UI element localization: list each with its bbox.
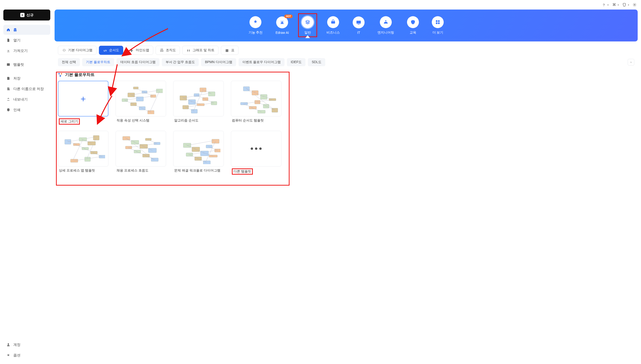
category-hero: 기능 추천Edraw AIHOT일반비즈니스IT엔지니어링교육더 보기 — [54, 10, 638, 42]
sidebar-item-print[interactable]: 인쇄 — [3, 105, 50, 115]
sidebar-item-save-as[interactable]: 다른 이름으로 저장 — [3, 84, 50, 94]
sidebar-item-label: 저장 — [13, 76, 20, 81]
chip-6[interactable]: IDEF도 — [287, 58, 306, 66]
topbar: ?▾ ⌘▾ ▾ — [0, 0, 641, 10]
svg-rect-11 — [438, 22, 440, 24]
chip-2[interactable]: 데이터 흐름 다이어그램 — [116, 58, 160, 66]
section-title: 기본 플로우차트 — [54, 70, 638, 81]
svg-point-0 — [634, 4, 635, 5]
svg-rect-14 — [60, 75, 61, 76]
tab-0[interactable]: ⚇기본 다이어그램 — [58, 46, 96, 55]
sidebar-item-templates[interactable]: 템플릿 — [3, 60, 50, 70]
chevron-down-icon: ▾ — [618, 4, 619, 6]
chip-0[interactable]: 전체 선택 — [58, 58, 80, 66]
svg-rect-36 — [263, 104, 269, 108]
hero-category-7[interactable]: 더 보기 — [432, 16, 444, 35]
svg-rect-32 — [180, 96, 186, 100]
plus-icon: + — [20, 13, 24, 17]
hero-category-1[interactable]: Edraw AIHOT — [276, 16, 289, 34]
annotation-label-highlight: 새로 그리기 — [59, 118, 80, 124]
sidebar-item-label: 다른 이름으로 저장 — [13, 87, 44, 91]
svg-rect-24 — [136, 97, 144, 101]
print-icon — [6, 108, 10, 112]
hero-icon — [327, 16, 339, 28]
hero-category-6[interactable]: 교육 — [407, 16, 419, 35]
chip-1[interactable]: 기본 플로우차트 — [82, 58, 114, 66]
chip-4[interactable]: BPMN 다이어그램 — [201, 58, 236, 66]
tab-5[interactable]: ▦표 — [221, 46, 238, 55]
apps-icon[interactable]: ⌘ — [612, 2, 616, 7]
svg-rect-23 — [128, 93, 135, 97]
svg-rect-74 — [209, 155, 217, 157]
template-grid-wrap: ＋새로 그리기적응 속성 선택 시스템알고리즘 순서도컴퓨터 순서도 템플릿상세… — [58, 81, 634, 174]
thumb-preview — [231, 81, 282, 116]
sidebar-item-home[interactable]: 홈 — [3, 25, 50, 35]
help-icon[interactable]: ? — [602, 2, 606, 7]
chip-7[interactable]: SDL도 — [308, 58, 325, 66]
tab-3[interactable]: 品조직도 — [156, 46, 180, 55]
sidebar-item-label: 내보내기 — [13, 97, 28, 102]
svg-point-2 — [8, 344, 9, 345]
hero-category-4[interactable]: IT — [353, 16, 364, 34]
tab-label: 조직도 — [166, 48, 176, 52]
sidebar: + 신규 홈 열기 가져오기 템플릿 저장 다른 이름으로 저장 — [0, 10, 54, 364]
hero-category-3[interactable]: 비즈니스 — [326, 16, 340, 35]
new-button[interactable]: + 신규 — [3, 10, 50, 20]
chip-5[interactable]: 이벤트 플로우 다이어그램 — [238, 58, 285, 66]
thumb-more — [231, 131, 282, 166]
tab-1[interactable]: ᔕ순서도 — [99, 46, 123, 55]
template-card-1[interactable]: 적응 속성 선택 시스템 — [116, 81, 166, 124]
tab-2[interactable]: ᚖ마인드맵 — [126, 46, 153, 55]
sidebar-item-open[interactable]: 열기 — [3, 35, 50, 45]
svg-rect-7 — [385, 20, 386, 21]
template-card-5[interactable]: 채용 프로세스 흐름도 — [116, 131, 166, 174]
diagram-type-tabs: ⚇기본 다이어그램ᔕ순서도ᚖ마인드맵品조직도⫾⫾그래프 및 차트▦표 — [54, 42, 638, 57]
tab-label: 기본 다이어그램 — [68, 48, 92, 52]
template-card-4[interactable]: 상세 프로세스 맵 템플릿 — [58, 131, 108, 174]
chevron-down-icon: ▾ — [628, 4, 629, 6]
svg-rect-30 — [200, 88, 206, 92]
sidebar-item-label: 홈 — [13, 28, 17, 32]
svg-rect-53 — [79, 138, 86, 141]
sidebar-item-account[interactable]: 계정 — [3, 340, 50, 350]
template-card-0[interactable]: ＋새로 그리기 — [58, 81, 108, 124]
template-card-6[interactable]: 문제 해결 워크플로 다이어그램 — [173, 131, 224, 174]
section-title-label: 기본 플로우차트 — [65, 72, 94, 78]
thumb-preview — [173, 81, 224, 116]
hero-category-0[interactable]: 기능 추천 — [248, 16, 263, 35]
sidebar-item-export[interactable]: 내보내기 — [3, 94, 50, 104]
chip-label: BPMN 다이어그램 — [205, 60, 232, 64]
tab-icon: ⫾⫾ — [186, 48, 191, 52]
theme-icon[interactable] — [622, 2, 626, 7]
sidebar-item-label: 인쇄 — [13, 108, 20, 112]
gear-icon[interactable] — [632, 2, 637, 7]
file-icon — [6, 38, 10, 42]
card-label: 알고리즘 순서도 — [173, 118, 224, 123]
hero-category-2[interactable]: 일반 — [302, 16, 314, 35]
chips-next-button[interactable]: › — [628, 59, 634, 66]
sidebar-item-save[interactable]: 저장 — [3, 73, 50, 84]
hero-icon — [407, 16, 419, 28]
hot-badge: HOT — [284, 14, 292, 18]
subtype-chips: 전체 선택기본 플로우차트데이터 흐름 다이어그램부서 간 업무 흐름도BPMN… — [54, 57, 638, 70]
templates-icon — [6, 62, 10, 67]
template-card-7[interactable]: 다른 템플릿 — [231, 131, 282, 174]
chip-label: SDL도 — [312, 60, 322, 64]
tab-4[interactable]: ⫾⫾그래프 및 차트 — [182, 46, 218, 55]
chip-label: 부서 간 업무 흐름도 — [166, 60, 195, 64]
sidebar-item-options[interactable]: 옵션 — [3, 350, 50, 360]
content-area: 기능 추천Edraw AIHOT일반비즈니스IT엔지니어링교육더 보기 ⚇기본 … — [54, 10, 641, 364]
svg-rect-31 — [208, 92, 215, 96]
tab-icon: ⚇ — [62, 48, 66, 52]
hero-label: 교육 — [410, 30, 416, 35]
template-card-3[interactable]: 컴퓨터 순서도 템플릿 — [231, 81, 282, 124]
user-icon — [6, 342, 10, 347]
sidebar-item-import[interactable]: 가져오기 — [3, 46, 50, 56]
gear-icon — [6, 353, 10, 357]
template-card-2[interactable]: 알고리즘 순서도 — [173, 81, 224, 124]
chip-3[interactable]: 부서 간 업무 흐름도 — [162, 58, 199, 66]
card-label: 적응 속성 선택 시스템 — [116, 118, 166, 123]
hero-category-5[interactable]: 엔지니어링 — [378, 16, 394, 35]
chip-label: IDEF도 — [291, 60, 302, 64]
hero-icon — [276, 16, 288, 28]
